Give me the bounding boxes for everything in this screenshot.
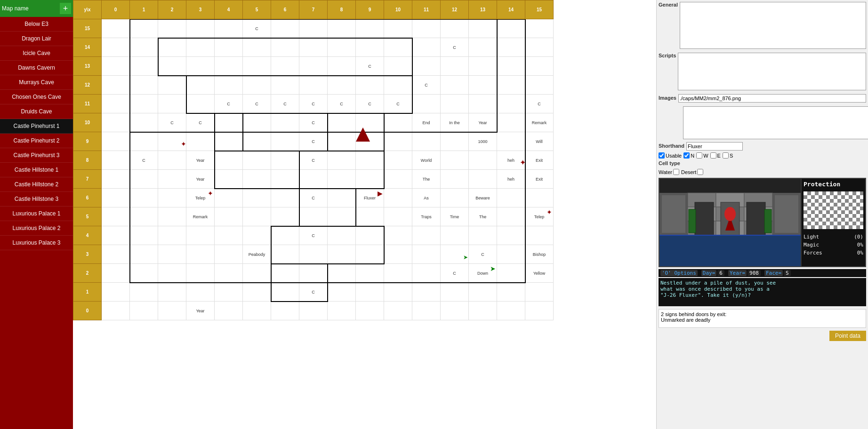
cell-3-5[interactable]: Peabody (243, 245, 271, 264)
cell-1-9[interactable] (356, 283, 384, 302)
cell-15-7[interactable] (299, 19, 328, 38)
sidebar-item-15[interactable]: Luxurious Palace 3 (0, 236, 73, 250)
cell-0-5[interactable] (243, 302, 271, 320)
cell-4-11[interactable] (412, 226, 441, 245)
cell-5-9[interactable] (356, 207, 384, 226)
cell-7-0[interactable] (102, 170, 130, 189)
cell-14-0[interactable] (102, 38, 130, 57)
cell-5-1[interactable] (130, 207, 158, 226)
cell-14-9[interactable] (356, 38, 384, 57)
cell-3-8[interactable] (328, 245, 356, 264)
cell-14-10[interactable] (384, 38, 412, 57)
cell-11-1[interactable] (130, 95, 158, 113)
cell-1-15[interactable] (525, 283, 554, 302)
n-label[interactable]: N (683, 152, 694, 159)
cell-3-14[interactable] (497, 245, 525, 264)
cell-6-14[interactable] (497, 189, 525, 207)
cell-2-5[interactable] (243, 264, 271, 283)
images-textarea[interactable] (683, 106, 868, 139)
cell-8-3[interactable]: Year (186, 151, 215, 170)
cell-4-7[interactable]: C (299, 226, 328, 245)
cell-5-10[interactable] (384, 207, 412, 226)
cell-7-15[interactable]: Exit (525, 170, 554, 189)
cell-8-14[interactable]: heh (497, 151, 525, 170)
cell-11-0[interactable] (102, 95, 130, 113)
cell-15-2[interactable] (158, 19, 186, 38)
cell-8-2[interactable] (158, 151, 186, 170)
cell-8-8[interactable] (328, 151, 356, 170)
cell-0-9[interactable] (356, 302, 384, 320)
e-label[interactable]: E (710, 152, 721, 159)
cell-4-0[interactable] (102, 226, 130, 245)
cell-0-3[interactable]: Year (186, 302, 215, 320)
cell-8-12[interactable] (441, 151, 469, 170)
cell-2-10[interactable] (384, 264, 412, 283)
cell-4-6[interactable] (271, 226, 299, 245)
cell-10-0[interactable] (102, 113, 130, 132)
cell-8-15[interactable]: Exit (525, 151, 554, 170)
w-checkbox[interactable] (696, 152, 702, 159)
cell-3-9[interactable] (356, 245, 384, 264)
cell-12-11[interactable]: C (412, 76, 441, 95)
cell-7-7[interactable] (299, 170, 328, 189)
cell-3-11[interactable] (412, 245, 441, 264)
cell-6-6[interactable] (271, 189, 299, 207)
cell-6-10[interactable] (384, 189, 412, 207)
cell-5-2[interactable] (158, 207, 186, 226)
cell-8-4[interactable] (215, 151, 243, 170)
cell-4-2[interactable] (158, 226, 186, 245)
cell-5-5[interactable] (243, 207, 271, 226)
cell-5-0[interactable] (102, 207, 130, 226)
cell-10-4[interactable] (215, 113, 243, 132)
cell-13-1[interactable] (130, 57, 158, 76)
cell-10-6[interactable] (271, 113, 299, 132)
cell-10-11[interactable]: End (412, 113, 441, 132)
cell-12-14[interactable] (497, 76, 525, 95)
cell-15-6[interactable] (271, 19, 299, 38)
cell-11-2[interactable] (158, 95, 186, 113)
cell-14-1[interactable] (130, 38, 158, 57)
cell-0-2[interactable] (158, 302, 186, 320)
cell-14-6[interactable] (271, 38, 299, 57)
cell-6-1[interactable] (130, 189, 158, 207)
cell-10-5[interactable] (243, 113, 271, 132)
cell-3-12[interactable] (441, 245, 469, 264)
cell-11-3[interactable] (186, 95, 215, 113)
cell-3-2[interactable] (158, 245, 186, 264)
cell-13-12[interactable] (441, 57, 469, 76)
cell-7-8[interactable] (328, 170, 356, 189)
sidebar-item-4[interactable]: Murrays Cave (0, 75, 73, 90)
point-data-button[interactable]: Point data (829, 331, 866, 341)
water-checkbox[interactable] (673, 169, 679, 175)
cell-6-9[interactable]: Fluxer▶ (356, 189, 384, 207)
cell-1-1[interactable] (130, 283, 158, 302)
cell-13-4[interactable] (215, 57, 243, 76)
cell-0-13[interactable] (469, 302, 497, 320)
cell-3-15[interactable]: Bishop (525, 245, 554, 264)
cell-13-15[interactable] (525, 57, 554, 76)
cell-11-12[interactable] (441, 95, 469, 113)
cell-15-5[interactable]: C (243, 19, 271, 38)
w-label[interactable]: W (696, 152, 708, 159)
cell-5-14[interactable] (497, 207, 525, 226)
cell-8-1[interactable]: C (130, 151, 158, 170)
cell-14-3[interactable] (186, 38, 215, 57)
cell-14-2[interactable] (158, 38, 186, 57)
cell-14-14[interactable] (497, 38, 525, 57)
cell-4-12[interactable] (441, 226, 469, 245)
cell-1-10[interactable] (384, 283, 412, 302)
sidebar-item-14[interactable]: Luxurious Palace 2 (0, 221, 73, 236)
cell-14-12[interactable]: C (441, 38, 469, 57)
cell-1-7[interactable]: C (299, 283, 328, 302)
cell-9-13[interactable]: 1000 (469, 132, 497, 151)
cell-15-1[interactable] (130, 19, 158, 38)
cell-5-13[interactable]: The (469, 207, 497, 226)
cell-3-1[interactable] (130, 245, 158, 264)
cell-11-14[interactable] (497, 95, 525, 113)
sidebar-item-7[interactable]: Castle Pinehurst 1 (0, 119, 73, 134)
general-textarea[interactable] (680, 2, 866, 49)
cell-10-10[interactable] (384, 113, 412, 132)
cell-6-5[interactable] (243, 189, 271, 207)
cell-11-9[interactable]: C (356, 95, 384, 113)
cell-10-14[interactable] (497, 113, 525, 132)
